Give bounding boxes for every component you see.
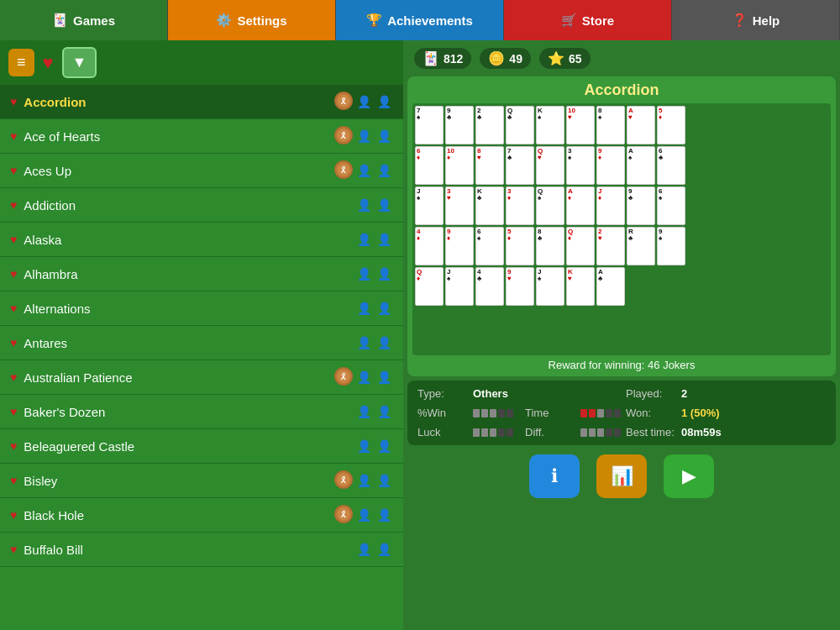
- person-silhouette: 👤: [354, 436, 373, 456]
- medals-container: 🎗👤👤: [334, 92, 393, 112]
- nav-help[interactable]: ❓ Help: [672, 0, 840, 40]
- playing-card[interactable]: 3♥: [445, 186, 474, 225]
- playing-card[interactable]: 8♥: [475, 146, 504, 185]
- playing-card[interactable]: 9♦: [445, 227, 474, 265]
- playing-card[interactable]: 4♦: [415, 227, 444, 265]
- playing-card[interactable]: R♣: [627, 227, 655, 265]
- playing-card[interactable]: 7♠: [415, 106, 444, 144]
- medals-container: 🎗👤👤: [334, 160, 393, 181]
- playing-card[interactable]: J♦: [596, 186, 625, 225]
- heart-icon: ♥: [10, 267, 17, 281]
- list-item[interactable]: ♥Australian Patience🎗👤👤: [0, 360, 403, 395]
- person-silhouette: 👤: [375, 126, 393, 146]
- stats-button[interactable]: 📊: [596, 454, 647, 498]
- playing-card[interactable]: 9♥: [506, 267, 534, 306]
- playing-card[interactable]: K♠: [536, 106, 564, 144]
- playing-card[interactable]: Q♦: [566, 227, 595, 265]
- playing-card[interactable]: 6♣: [657, 146, 685, 185]
- playing-card[interactable]: 9♠: [657, 227, 685, 265]
- playing-card[interactable]: 5♦: [506, 227, 534, 265]
- playing-card[interactable]: 2♣: [475, 106, 504, 144]
- heart-icon: ♥: [10, 543, 17, 556]
- playing-card[interactable]: 3♦: [506, 186, 534, 225]
- game-name: Aces Up: [24, 164, 334, 178]
- nav-store[interactable]: 🛒 Store: [504, 0, 672, 40]
- list-item[interactable]: ♥Baker's Dozen👤👤: [0, 395, 403, 429]
- playing-card[interactable]: 2♥: [596, 227, 625, 265]
- playing-card[interactable]: J♠: [536, 267, 564, 306]
- nav-achievements[interactable]: 🏆 Achievements: [336, 0, 504, 40]
- person-silhouette: 👤: [354, 470, 373, 491]
- list-item[interactable]: ♥Alhambra👤👤: [0, 257, 403, 291]
- filter-button[interactable]: ▼: [62, 47, 97, 78]
- playing-card[interactable]: Q♦: [415, 267, 444, 306]
- playing-card[interactable]: Q♣: [506, 106, 534, 144]
- played-label: Played:: [626, 387, 676, 400]
- playing-card[interactable]: 5♦: [657, 106, 685, 144]
- person-silhouette: 👤: [354, 367, 373, 387]
- wintime-row: %Win Time: [417, 407, 621, 419]
- list-view-button[interactable]: ≡: [8, 49, 34, 76]
- playing-card[interactable]: 6♠: [475, 227, 504, 265]
- playing-card[interactable]: 7♣: [506, 146, 534, 185]
- medals-container: 👤👤: [354, 264, 393, 284]
- list-item[interactable]: ♥Ace of Hearts🎗👤👤: [0, 119, 403, 154]
- playing-card[interactable]: K♣: [475, 186, 504, 225]
- play-button[interactable]: ▶: [664, 454, 714, 498]
- card-row: Q♦J♠4♣9♥J♠K♥A♣: [415, 267, 828, 306]
- person-silhouette: 👤: [375, 92, 393, 112]
- playing-card[interactable]: J♠: [415, 186, 444, 225]
- medals-container: 👤👤: [354, 229, 393, 249]
- main-layout: ≡ ♥ ▼ ♥Accordion🎗👤👤♥Ace of Hearts🎗👤👤♥Ace…: [0, 40, 840, 630]
- list-item[interactable]: ♥Aces Up🎗👤👤: [0, 154, 403, 188]
- playing-card[interactable]: 8♣: [536, 227, 564, 265]
- list-item[interactable]: ♥Black Hole🎗👤👤: [0, 498, 403, 533]
- playing-card[interactable]: A♠: [627, 146, 655, 185]
- playing-card[interactable]: Q♠: [536, 186, 564, 225]
- list-item[interactable]: ♥Alternations👤👤: [0, 291, 403, 326]
- playing-card[interactable]: 6♦: [415, 146, 444, 185]
- playing-card[interactable]: A♦: [566, 186, 595, 225]
- list-item[interactable]: ♥Buffalo Bill👤👤: [0, 533, 403, 567]
- info-panel: Type: Others %Win Time: [407, 381, 836, 445]
- list-item[interactable]: ♥Addiction👤👤: [0, 188, 403, 223]
- playing-card[interactable]: 6♠: [657, 186, 685, 225]
- person-silhouette: 👤: [354, 160, 373, 181]
- list-item[interactable]: ♥Bisley🎗👤👤: [0, 464, 403, 498]
- store-icon: 🛒: [561, 13, 577, 28]
- person-silhouette: 👤: [354, 402, 373, 422]
- playing-card[interactable]: K♥: [566, 267, 595, 306]
- game-name: Alhambra: [24, 267, 354, 281]
- playing-card[interactable]: 3♠: [566, 146, 595, 185]
- list-item[interactable]: ♥Accordion🎗👤👤: [0, 85, 403, 119]
- person-silhouette: 👤: [354, 539, 373, 559]
- nav-settings[interactable]: ⚙️ Settings: [168, 0, 336, 40]
- playing-card[interactable]: 10♥: [566, 106, 595, 144]
- medals-container: 👤👤: [354, 298, 393, 318]
- playing-card[interactable]: 4♣: [475, 267, 504, 306]
- playing-card[interactable]: A♥: [627, 106, 655, 144]
- info-icon: ℹ: [551, 465, 558, 487]
- list-item[interactable]: ♥Alaska👤👤: [0, 223, 403, 257]
- playing-card[interactable]: 9♣: [445, 106, 474, 144]
- settings-icon: ⚙️: [216, 13, 232, 28]
- list-item[interactable]: ♥Beleaguered Castle👤👤: [0, 429, 403, 464]
- medals-container: 🎗👤👤: [334, 367, 393, 387]
- playing-card[interactable]: 9♣: [627, 186, 655, 225]
- playing-card[interactable]: Q♥: [536, 146, 564, 185]
- playing-card[interactable]: 8♠: [596, 106, 625, 144]
- time-label: Time: [525, 407, 575, 419]
- playing-card[interactable]: 9♦: [596, 146, 625, 185]
- playing-card[interactable]: J♠: [445, 267, 474, 306]
- medals-container: 👤👤: [354, 402, 393, 422]
- playing-card[interactable]: A♣: [596, 267, 625, 306]
- list-item[interactable]: ♥Antares👤👤: [0, 326, 403, 360]
- card-row: J♠3♥K♣3♦Q♠A♦J♦9♣6♠: [415, 186, 828, 225]
- info-button[interactable]: ℹ: [529, 454, 580, 498]
- playing-card[interactable]: 10♦: [445, 146, 474, 185]
- diff-bar: [580, 428, 621, 437]
- medals-container: 👤👤: [354, 436, 393, 456]
- nav-games[interactable]: 🃏 Games: [0, 0, 168, 40]
- heart-icon: ♥: [10, 439, 17, 453]
- medals-container: 👤👤: [354, 539, 393, 559]
